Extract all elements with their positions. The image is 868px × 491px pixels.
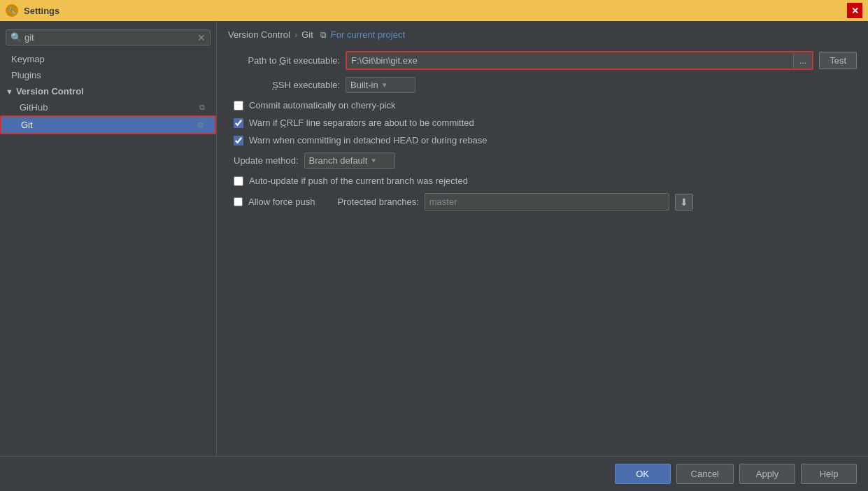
update-method-row: Update method: Branch default ▼ bbox=[228, 152, 857, 169]
detached-head-checkbox[interactable] bbox=[234, 136, 243, 145]
path-browse-button[interactable]: ... bbox=[793, 53, 812, 69]
title-bar-left: 🔧 Settings bbox=[6, 4, 59, 17]
sidebar-item-git[interactable]: Git ⧉ bbox=[0, 115, 216, 134]
path-input[interactable] bbox=[347, 52, 793, 69]
main-content: 🔍 ✕ Keymap Plugins ▼ Version Control Git… bbox=[0, 21, 868, 456]
ssh-setting-row: SSH executable: Built-in ▼ bbox=[228, 77, 857, 93]
search-icon: 🔍 bbox=[10, 32, 22, 43]
detached-head-row: Warn when committing in detached HEAD or… bbox=[228, 135, 857, 145]
crlf-label: Warn if CRLF line separators are about t… bbox=[249, 118, 474, 128]
auto-update-checkbox[interactable] bbox=[234, 176, 243, 186]
detached-head-label: Warn when committing in detached HEAD or… bbox=[249, 135, 488, 145]
sidebar-item-keymap[interactable]: Keymap bbox=[0, 51, 216, 67]
ok-button[interactable]: OK bbox=[615, 464, 671, 484]
sidebar-item-plugins[interactable]: Plugins bbox=[0, 67, 216, 83]
sidebar-item-plugins-label: Plugins bbox=[11, 70, 41, 80]
panel-header: Version Control › Git ⧉ For current proj… bbox=[228, 29, 857, 40]
protected-branches-label: Protected branches: bbox=[337, 197, 418, 207]
update-dropdown-arrow: ▼ bbox=[370, 157, 377, 164]
sidebar: 🔍 ✕ Keymap Plugins ▼ Version Control Git… bbox=[0, 21, 217, 456]
close-button[interactable]: ✕ bbox=[847, 3, 862, 18]
current-project-link[interactable]: For current project bbox=[331, 29, 405, 40]
test-button[interactable]: Test bbox=[819, 52, 857, 69]
search-box[interactable]: 🔍 ✕ bbox=[6, 29, 211, 45]
auto-update-row: Auto-update if push of the current branc… bbox=[228, 176, 857, 186]
window-title: Settings bbox=[24, 6, 59, 16]
cancel-button[interactable]: Cancel bbox=[676, 464, 734, 484]
path-label: Path to Git executable: bbox=[228, 55, 340, 66]
apply-button[interactable]: Apply bbox=[739, 464, 795, 484]
breadcrumb-git: Git bbox=[301, 29, 313, 40]
copy-icon[interactable]: ⧉ bbox=[320, 30, 327, 40]
title-bar: 🔧 Settings ✕ bbox=[0, 0, 868, 21]
force-push-checkbox[interactable] bbox=[234, 197, 243, 206]
sidebar-item-github[interactable]: GitHub ⧉ bbox=[0, 99, 216, 115]
search-clear-icon[interactable]: ✕ bbox=[197, 33, 206, 43]
force-push-row: Allow force push Protected branches: ⬇ bbox=[228, 193, 857, 211]
ssh-select[interactable]: Built-in ▼ bbox=[346, 77, 415, 93]
update-method-label: Update method: bbox=[234, 155, 299, 166]
git-copy-icon[interactable]: ⧉ bbox=[198, 120, 204, 129]
sidebar-item-github-label: GitHub bbox=[20, 102, 48, 113]
update-method-select[interactable]: Branch default ▼ bbox=[304, 152, 395, 169]
sidebar-section-version-control[interactable]: ▼ Version Control bbox=[0, 83, 216, 99]
path-input-container: ... bbox=[346, 51, 813, 70]
sidebar-item-git-label: Git bbox=[21, 120, 33, 130]
right-panel: Version Control › Git ⧉ For current proj… bbox=[217, 21, 868, 456]
commit-cherry-pick-checkbox[interactable] bbox=[234, 101, 243, 111]
search-input[interactable] bbox=[24, 32, 194, 43]
github-copy-icon[interactable]: ⧉ bbox=[199, 103, 205, 112]
sidebar-item-keymap-label: Keymap bbox=[11, 54, 45, 64]
ssh-select-value: Built-in bbox=[350, 80, 378, 90]
crlf-row: Warn if CRLF line separators are about t… bbox=[228, 118, 857, 128]
protected-branches-input[interactable] bbox=[425, 193, 669, 211]
commit-cherry-pick-row: Commit automatically on cherry-pick bbox=[228, 100, 857, 111]
path-setting-row: Path to Git executable: ... Test bbox=[228, 51, 857, 70]
force-push-label: Allow force push bbox=[248, 197, 315, 207]
breadcrumb-separator: › bbox=[294, 29, 297, 40]
ssh-dropdown-arrow: ▼ bbox=[381, 81, 388, 89]
crlf-checkbox[interactable] bbox=[234, 118, 243, 128]
version-control-arrow: ▼ bbox=[6, 87, 13, 96]
app-icon: 🔧 bbox=[6, 4, 18, 17]
ssh-label: SSH executable: bbox=[228, 80, 340, 90]
sidebar-section-version-control-label: Version Control bbox=[16, 86, 84, 97]
protected-branches-icon-button[interactable]: ⬇ bbox=[675, 194, 693, 211]
update-method-value: Branch default bbox=[309, 155, 368, 166]
auto-update-label: Auto-update if push of the current branc… bbox=[249, 176, 468, 186]
commit-cherry-pick-label: Commit automatically on cherry-pick bbox=[249, 100, 396, 111]
breadcrumb-version-control: Version Control bbox=[228, 29, 290, 40]
bottom-bar: OK Cancel Apply Help bbox=[0, 456, 868, 491]
help-button[interactable]: Help bbox=[801, 464, 857, 484]
